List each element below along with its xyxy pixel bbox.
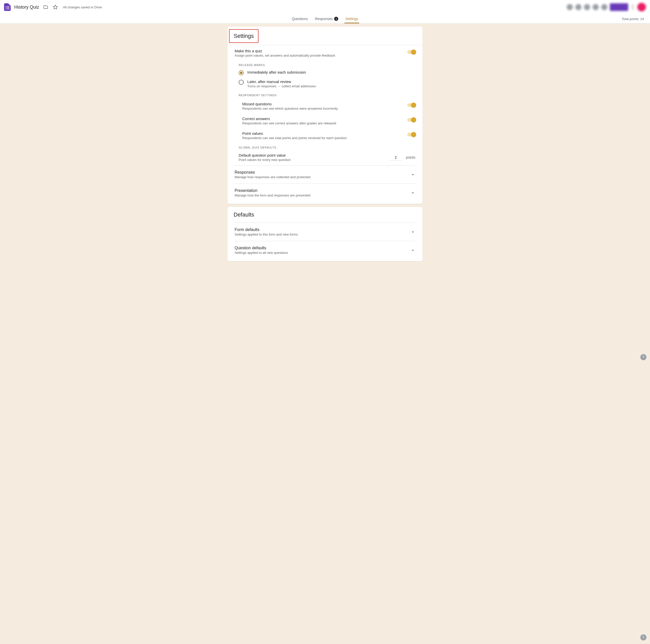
section-question-defaults[interactable]: Question defaults Settings applied to al… [227, 241, 423, 259]
move-to-folder-icon[interactable] [43, 4, 49, 10]
defaults-card: Defaults Form defaults Settings applied … [227, 207, 423, 261]
svg-rect-0 [6, 6, 6, 7]
google-forms-logo[interactable] [4, 3, 11, 11]
section-desc: Manage how the form and responses are pr… [234, 193, 406, 197]
header-action-icon[interactable] [575, 4, 581, 10]
setting-desc: Respondents can see total points and poi… [242, 136, 403, 140]
setting-desc: Respondents can see which questions were… [242, 107, 403, 110]
toggle-missed-questions[interactable] [407, 103, 416, 107]
save-status: All changes saved in Drive [63, 5, 102, 9]
chevron-down-icon [410, 172, 416, 177]
header-actions [567, 3, 646, 11]
radio-sub-label: Turns on responses → collect email addre… [247, 84, 316, 88]
chevron-down-icon [410, 229, 416, 234]
app-header: History Quiz All changes saved in Drive … [0, 0, 650, 24]
setting-title: Make this a quiz [234, 49, 403, 53]
setting-point-values: Point values Respondents can see total p… [227, 128, 423, 142]
toggle-make-quiz[interactable] [407, 50, 416, 54]
radio-release-immediately[interactable]: Immediately after each submission [227, 68, 423, 77]
user-avatar[interactable] [637, 3, 646, 11]
header-top-row: History Quiz All changes saved in Drive [0, 0, 650, 14]
total-points-label: Total points: 14 [622, 17, 644, 21]
section-label-release-marks: RELEASE MARKS [227, 60, 423, 68]
more-options-icon[interactable] [631, 4, 635, 10]
tab-questions[interactable]: Questions [288, 14, 311, 23]
radio-icon [239, 80, 244, 85]
setting-title: Point values [242, 131, 403, 136]
setting-desc: Assign point values, set answers and aut… [234, 53, 403, 58]
section-desc: Manage how responses are collected and p… [234, 175, 406, 179]
defaults-card-title: Defaults [227, 207, 423, 223]
header-action-icon[interactable] [584, 4, 590, 10]
radio-release-manual[interactable]: Later, after manual review Turns on resp… [227, 77, 423, 90]
tab-responses[interactable]: Responses 1 [311, 14, 342, 23]
radio-label: Immediately after each submission [247, 70, 306, 74]
send-button[interactable] [610, 3, 628, 11]
tab-label: Questions [292, 17, 308, 21]
radio-icon [239, 70, 244, 75]
setting-title: Missed questions [242, 102, 403, 106]
tab-label: Responses [315, 17, 333, 21]
header-action-icon[interactable] [592, 4, 599, 10]
section-title: Form defaults [234, 227, 406, 232]
section-desc: Settings applied to all new questions [234, 251, 406, 255]
tab-settings[interactable]: Settings [342, 14, 362, 23]
settings-card-title: Settings [229, 29, 258, 43]
section-label-global-defaults: GLOBAL QUIZ DEFAULTS [227, 142, 423, 151]
section-title: Question defaults [234, 246, 406, 250]
setting-default-point-value: Default question point value Point value… [227, 151, 423, 165]
settings-card: Settings Make this a quiz Assign point v… [227, 27, 423, 204]
section-form-defaults[interactable]: Form defaults Settings applied to this f… [227, 223, 423, 241]
header-action-icon[interactable] [601, 4, 607, 10]
tab-label: Settings [345, 17, 358, 21]
section-presentation[interactable]: Presentation Manage how the form and res… [227, 184, 423, 202]
setting-title: Correct answers [242, 116, 403, 121]
page-content: Settings Make this a quiz Assign point v… [227, 27, 423, 261]
toggle-correct-answers[interactable] [407, 118, 416, 122]
points-unit-label: points [406, 155, 416, 159]
setting-make-this-a-quiz: Make this a quiz Assign point values, se… [227, 45, 423, 60]
default-point-input[interactable] [390, 154, 402, 161]
setting-desc: Respondents can see correct answers afte… [242, 121, 403, 125]
section-title: Responses [234, 170, 406, 175]
chevron-down-icon [410, 248, 416, 253]
section-label-respondent-settings: RESPONDENT SETTINGS [227, 90, 423, 98]
svg-marker-6 [53, 5, 58, 9]
responses-count-badge: 1 [334, 17, 338, 21]
section-title: Presentation [234, 188, 406, 193]
svg-rect-1 [7, 6, 9, 7]
setting-title: Default question point value [239, 153, 386, 157]
setting-desc: Point values for every new question [239, 158, 386, 162]
svg-rect-5 [7, 9, 9, 9]
svg-rect-3 [7, 8, 9, 8]
header-tabs: Questions Responses 1 Settings Total poi… [0, 14, 650, 23]
chevron-down-icon [410, 190, 416, 195]
svg-rect-2 [6, 7, 6, 8]
header-action-icon[interactable] [567, 4, 573, 10]
setting-correct-answers: Correct answers Respondents can see corr… [227, 113, 423, 128]
setting-missed-questions: Missed questions Respondents can see whi… [227, 98, 423, 113]
section-desc: Settings applied to this form and new fo… [234, 232, 406, 236]
radio-label: Later, after manual review [247, 79, 316, 84]
document-title[interactable]: History Quiz [14, 5, 39, 10]
star-icon[interactable] [52, 4, 59, 10]
section-responses[interactable]: Responses Manage how responses are colle… [227, 165, 423, 184]
toggle-point-values[interactable] [407, 133, 416, 136]
svg-rect-4 [6, 9, 6, 9]
